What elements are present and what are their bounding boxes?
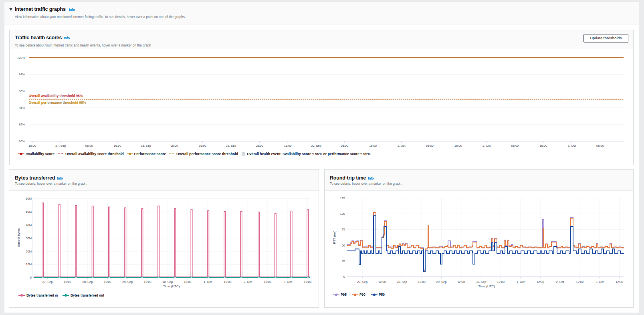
svg-text:16:00: 16:00 [369, 144, 377, 147]
svg-text:30. Sep: 30. Sep [476, 280, 486, 284]
svg-text:2. Oct: 2. Oct [556, 280, 564, 284]
svg-text:29. Sep: 29. Sep [122, 280, 133, 284]
svg-text:75: 75 [342, 228, 345, 231]
svg-text:16:00: 16:00 [199, 144, 206, 147]
svg-text:Overall performance score thre: Overall performance score threshold [176, 152, 238, 156]
svg-text:28. Sep: 28. Sep [141, 144, 151, 147]
svg-text:12:00: 12:00 [184, 280, 192, 284]
svg-text:60M: 60M [26, 197, 32, 200]
svg-text:3. Oct: 3. Oct [568, 144, 576, 147]
svg-text:08:00: 08:00 [341, 144, 348, 147]
svg-text:Performance score: Performance score [134, 152, 166, 156]
svg-text:Bytes transferred in: Bytes transferred in [26, 293, 58, 297]
svg-text:92%: 92% [19, 123, 25, 126]
svg-text:10M: 10M [26, 262, 32, 266]
svg-text:P95: P95 [341, 293, 347, 297]
svg-text:90%: 90% [19, 139, 25, 143]
svg-text:08:00: 08:00 [85, 144, 93, 147]
svg-text:12:00: 12:00 [616, 280, 623, 284]
svg-text:1. Oct: 1. Oct [517, 280, 525, 284]
svg-text:27. Sep: 27. Sep [55, 144, 66, 147]
svg-text:29. Sep: 29. Sep [226, 144, 236, 147]
svg-text:08:00: 08:00 [256, 144, 263, 147]
svg-text:27. Sep: 27. Sep [42, 280, 53, 284]
svg-text:3. Oct: 3. Oct [284, 280, 292, 284]
svg-text:28. Sep: 28. Sep [397, 280, 407, 284]
svg-text:96%: 96% [19, 89, 25, 93]
svg-text:12:00: 12:00 [64, 280, 71, 284]
svg-text:08:00: 08:00 [426, 144, 434, 147]
svg-text:12:00: 12:00 [264, 280, 271, 284]
svg-text:12:00: 12:00 [418, 280, 426, 284]
svg-text:16:00: 16:00 [114, 144, 121, 147]
svg-text:Time (UTC): Time (UTC) [478, 285, 495, 288]
svg-text:50: 50 [342, 244, 345, 247]
svg-text:3. Oct: 3. Oct [596, 280, 604, 284]
svg-text:50M: 50M [26, 210, 32, 214]
svg-text:12:00: 12:00 [224, 280, 232, 284]
svg-text:P50: P50 [379, 293, 385, 297]
svg-text:16:00: 16:00 [539, 144, 547, 147]
svg-text:40M: 40M [26, 223, 32, 227]
svg-text:Overall performance threshold: Overall performance threshold 95% [29, 101, 87, 105]
svg-text:Sum of bytes: Sum of bytes [17, 228, 20, 247]
svg-text:125: 125 [340, 196, 345, 200]
svg-text:94%: 94% [19, 106, 25, 110]
svg-text:29. Sep: 29. Sep [436, 280, 447, 284]
svg-text:12:00: 12:00 [104, 280, 111, 284]
svg-text:Time (UTC): Time (UTC) [163, 285, 180, 288]
svg-text:98%: 98% [19, 73, 25, 76]
svg-text:16:00: 16:00 [28, 144, 36, 147]
svg-text:100: 100 [340, 212, 345, 216]
svg-text:Overall health event: Availabi: Overall health event: Availability score… [247, 152, 370, 156]
svg-text:0: 0 [343, 275, 345, 279]
svg-text:30. Sep: 30. Sep [162, 280, 173, 284]
svg-text:2. Oct: 2. Oct [244, 280, 252, 284]
svg-text:0: 0 [30, 276, 32, 279]
svg-text:12:00: 12:00 [378, 280, 386, 284]
svg-text:P90: P90 [359, 293, 365, 297]
svg-text:12:00: 12:00 [537, 280, 544, 284]
svg-text:Overall availability threshold: Overall availability threshold 95% [29, 94, 83, 98]
svg-text:Overall availability score thr: Overall availability score threshold [65, 152, 124, 156]
svg-text:1. Oct: 1. Oct [397, 144, 406, 147]
svg-text:100%: 100% [17, 56, 25, 60]
svg-text:12:00: 12:00 [304, 280, 311, 284]
svg-text:20M: 20M [26, 250, 32, 253]
svg-text:12:00: 12:00 [576, 280, 583, 284]
svg-text:12:00: 12:00 [497, 280, 505, 284]
svg-text:25: 25 [342, 259, 345, 263]
svg-text:27. Sep: 27. Sep [357, 280, 367, 284]
svg-text:Bytes transferred out: Bytes transferred out [71, 293, 104, 297]
svg-text:Availability score: Availability score [26, 152, 55, 156]
svg-text:1. Oct: 1. Oct [204, 280, 212, 284]
svg-text:08:00: 08:00 [596, 144, 604, 147]
svg-text:16:00: 16:00 [454, 144, 462, 147]
svg-text:2. Oct: 2. Oct [482, 144, 491, 147]
svg-text:28. Sep: 28. Sep [83, 280, 93, 284]
svg-text:12:00: 12:00 [144, 280, 151, 284]
svg-text:30M: 30M [26, 236, 32, 240]
svg-text:30. Sep: 30. Sep [311, 144, 321, 147]
svg-text:12:00: 12:00 [457, 280, 465, 284]
svg-text:16:00: 16:00 [284, 144, 292, 147]
svg-text:RTT (ms): RTT (ms) [333, 230, 336, 244]
svg-text:08:00: 08:00 [170, 144, 178, 147]
svg-text:08:00: 08:00 [511, 144, 519, 147]
